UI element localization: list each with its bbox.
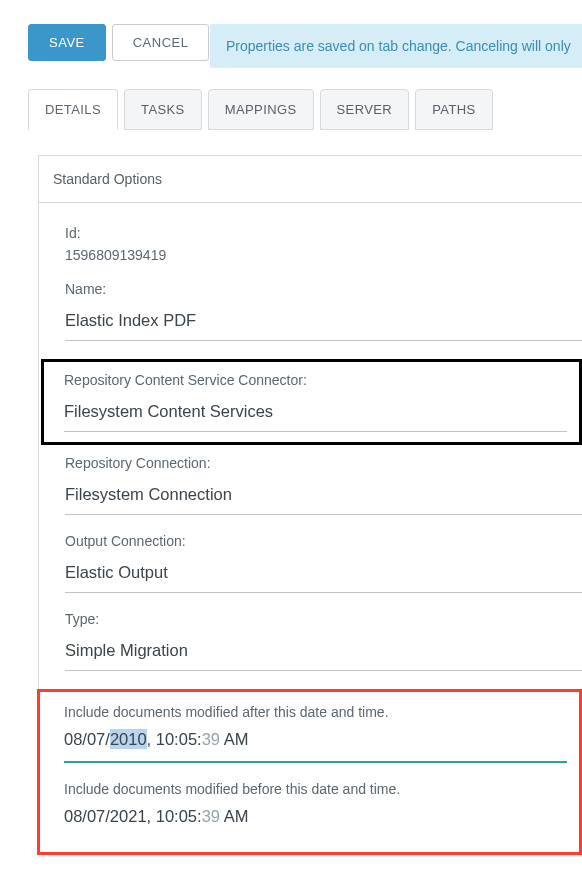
panel-header: Standard Options — [39, 156, 582, 203]
before-seconds: 39 — [202, 807, 220, 825]
name-label: Name: — [65, 281, 582, 297]
name-field: Name: Elastic Index PDF — [65, 281, 582, 341]
repo-connection-input[interactable]: Filesystem Connection — [65, 477, 582, 515]
before-date-label: Include documents modified before this d… — [64, 781, 567, 797]
repo-connection-field: Repository Connection: Filesystem Connec… — [65, 455, 582, 515]
tab-mappings[interactable]: MAPPINGS — [208, 89, 314, 130]
repo-connector-input[interactable]: Filesystem Content Services — [64, 394, 567, 432]
before-date-input[interactable]: 08/07/2021, 10:05:39 AM — [64, 807, 567, 838]
after-seconds: 39 — [202, 730, 220, 748]
id-label: Id: — [65, 225, 582, 241]
output-connection-input[interactable]: Elastic Output — [65, 555, 582, 593]
repo-connection-label: Repository Connection: — [65, 455, 582, 471]
after-date-field: Include documents modified after this da… — [64, 704, 567, 763]
tab-bar: DETAILS TASKS MAPPINGS SERVER PATHS — [28, 89, 582, 130]
type-field: Type: Simple Migration — [65, 611, 582, 671]
after-date-input[interactable]: 08/07/2010, 10:05:39 AM — [64, 730, 567, 763]
before-ampm: AM — [220, 807, 248, 825]
type-label: Type: — [65, 611, 582, 627]
tab-server[interactable]: SERVER — [320, 89, 410, 130]
after-date-label: Include documents modified after this da… — [64, 704, 567, 720]
name-input[interactable]: Elastic Index PDF — [65, 303, 582, 341]
after-year-selected: 2010 — [110, 729, 147, 749]
tab-paths[interactable]: PATHS — [415, 89, 492, 130]
date-range-highlight: Include documents modified after this da… — [37, 689, 582, 855]
repo-connector-highlight: Repository Content Service Connector: Fi… — [41, 359, 582, 445]
tab-details[interactable]: DETAILS — [28, 89, 118, 130]
before-prefix: 08/07/2021, 10:05: — [64, 807, 202, 825]
after-mid: , 10:05: — [147, 730, 202, 748]
details-panel: Standard Options Id: 1596809139419 Name:… — [38, 155, 582, 855]
id-field: Id: 1596809139419 — [65, 225, 582, 263]
after-ampm: AM — [220, 730, 248, 748]
tab-tasks[interactable]: TASKS — [124, 89, 202, 130]
info-message: Properties are saved on tab change. Canc… — [210, 24, 582, 68]
after-prefix: 08/07/ — [64, 730, 110, 748]
repo-connector-label: Repository Content Service Connector: — [64, 372, 567, 388]
type-input[interactable]: Simple Migration — [65, 633, 582, 671]
output-connection-label: Output Connection: — [65, 533, 582, 549]
output-connection-field: Output Connection: Elastic Output — [65, 533, 582, 593]
before-date-field: Include documents modified before this d… — [64, 781, 567, 838]
save-button[interactable]: SAVE — [28, 24, 106, 61]
id-value: 1596809139419 — [65, 247, 582, 263]
cancel-button[interactable]: CANCEL — [112, 24, 210, 61]
